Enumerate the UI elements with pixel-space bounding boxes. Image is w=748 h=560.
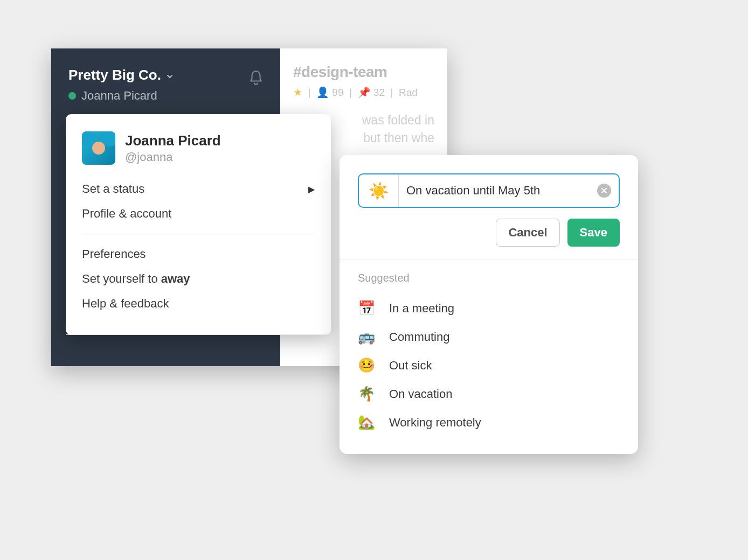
suggested-section: Suggested 📅 In a meeting 🚌 Commuting 🤒 O… [340, 260, 638, 454]
suggested-label-commuting: Commuting [389, 330, 449, 344]
members-count: 99 [332, 87, 343, 98]
channel-title: #design-team [293, 64, 434, 81]
suggested-label: Suggested [358, 272, 620, 284]
menu-item-set-status[interactable]: Set a status ▶ [82, 177, 315, 201]
cancel-button[interactable]: Cancel [496, 219, 559, 247]
sick-face-icon: 🤒 [358, 357, 375, 374]
workspace-name: Pretty Big Co. [68, 67, 173, 83]
clear-status-button[interactable] [597, 184, 611, 198]
workspace-name-text: Pretty Big Co. [68, 67, 161, 83]
suggested-item-meeting[interactable]: 📅 In a meeting [358, 294, 620, 323]
menu-divider [82, 234, 315, 234]
menu-label-help: Help & feedback [82, 297, 169, 311]
dropdown-footer-divider [66, 334, 331, 335]
pins-count: 32 [373, 87, 385, 98]
house-icon: 🏡 [358, 414, 375, 431]
status-actions: Cancel Save [358, 219, 620, 247]
suggested-label-remote: Working remotely [389, 416, 481, 430]
menu-label-preferences: Preferences [82, 247, 146, 261]
status-dialog: ☀️ Cancel Save Suggested 📅 In a meeting … [340, 155, 638, 454]
status-input[interactable] [399, 174, 597, 207]
menu-item-profile[interactable]: Profile & account [82, 201, 315, 226]
channel-topic: Rad [399, 87, 418, 98]
dropdown-handle: @joanna [125, 150, 221, 164]
sidebar-user-name: Joanna Picard [81, 89, 157, 103]
menu-label-set-away-bold: away [161, 272, 190, 285]
dropdown-full-name: Joanna Picard [125, 132, 221, 149]
suggested-label-vacation: On vacation [389, 387, 452, 401]
star-icon[interactable]: ★ [293, 87, 302, 98]
sidebar-user-row: Joanna Picard [68, 89, 173, 103]
channel-meta: ★ | 👤 99 | 📌 32 | Rad [293, 86, 434, 99]
presence-indicator [68, 92, 76, 100]
bus-icon: 🚌 [358, 328, 375, 345]
menu-item-preferences[interactable]: Preferences [82, 242, 315, 267]
dropdown-menu: Set a status ▶ Profile & account Prefere… [66, 174, 331, 327]
members-icon: 👤 [316, 87, 329, 98]
suggested-item-vacation[interactable]: 🌴 On vacation [358, 380, 620, 408]
suggested-label-sick: Out sick [389, 359, 432, 373]
status-emoji-picker[interactable]: ☀️ [359, 174, 399, 207]
status-input-wrap: ☀️ [358, 173, 620, 208]
suggested-label-meeting: In a meeting [389, 302, 454, 316]
chevron-down-icon [167, 73, 173, 80]
menu-label-set-away-prefix: Set yourself to [82, 272, 161, 285]
menu-item-help[interactable]: Help & feedback [82, 291, 315, 316]
suggested-item-sick[interactable]: 🤒 Out sick [358, 351, 620, 380]
menu-label-profile: Profile & account [82, 207, 171, 221]
submenu-arrow-icon: ▶ [308, 184, 315, 194]
save-button[interactable]: Save [567, 219, 620, 247]
suggested-item-remote[interactable]: 🏡 Working remotely [358, 408, 620, 437]
pins-icon: 📌 [358, 87, 371, 98]
calendar-icon: 📅 [358, 300, 375, 317]
palm-tree-icon: 🌴 [358, 386, 375, 402]
status-top: ☀️ Cancel Save [340, 155, 638, 260]
sidebar-header: Pretty Big Co. Joanna Picard [51, 48, 280, 116]
close-icon [601, 188, 607, 193]
menu-item-set-away[interactable]: Set yourself to away [82, 267, 315, 291]
workspace-block[interactable]: Pretty Big Co. Joanna Picard [68, 67, 173, 103]
suggested-item-commuting[interactable]: 🚌 Commuting [358, 323, 620, 351]
dropdown-user-section: Joanna Picard @joanna [66, 127, 331, 174]
user-menu-dropdown: Joanna Picard @joanna Set a status ▶ Pro… [66, 114, 331, 335]
avatar [82, 131, 115, 165]
bell-icon[interactable] [249, 70, 263, 85]
menu-label-set-status: Set a status [82, 182, 144, 196]
